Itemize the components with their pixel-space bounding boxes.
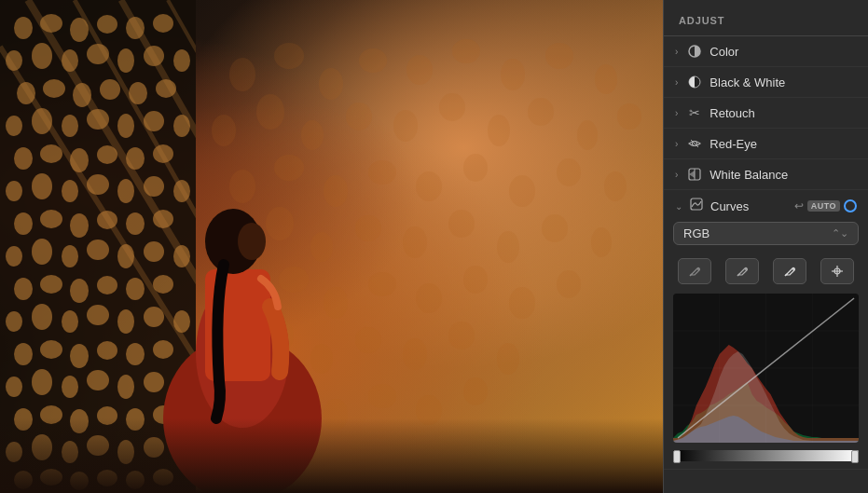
- curves-auto-badge[interactable]: AUTO: [807, 200, 840, 212]
- svg-point-59: [6, 311, 22, 332]
- sidebar-item-black-white[interactable]: › Black & White: [664, 67, 868, 98]
- gradient-handle-white[interactable]: [851, 450, 859, 463]
- chevron-right-icon-redeye: ›: [675, 139, 678, 149]
- svg-point-127: [463, 154, 488, 182]
- svg-point-46: [6, 246, 22, 267]
- svg-point-35: [62, 180, 78, 202]
- sidebar-item-red-eye[interactable]: › Red-Eye: [664, 129, 868, 159]
- eyedropper-gray-button[interactable]: [725, 258, 759, 284]
- floor-gradient: [0, 418, 663, 493]
- svg-point-165: [238, 223, 266, 260]
- eyedropper-black-button[interactable]: [678, 258, 711, 284]
- eyedropper-white-button[interactable]: [773, 258, 806, 284]
- curves-header[interactable]: ⌄ Curves ↩ AUTO: [664, 190, 868, 222]
- svg-point-116: [393, 110, 418, 142]
- curves-section: ⌄ Curves ↩ AUTO RGB ⌃⌄: [664, 190, 868, 470]
- sidebar-item-white-balance[interactable]: › White Balance: [664, 159, 868, 190]
- color-icon: [687, 44, 702, 59]
- curves-graph[interactable]: [673, 294, 859, 443]
- svg-point-145: [463, 266, 488, 294]
- svg-point-67: [40, 340, 62, 359]
- svg-point-49: [87, 240, 109, 260]
- svg-point-15: [43, 79, 65, 98]
- svg-point-55: [70, 279, 89, 303]
- chevron-right-icon-bw: ›: [675, 77, 678, 88]
- svg-point-104: [274, 43, 304, 69]
- curves-undo-button[interactable]: ↩: [794, 199, 804, 212]
- white-balance-label: White Balance: [710, 168, 857, 182]
- svg-point-74: [62, 376, 78, 398]
- color-label: Color: [710, 45, 857, 59]
- gradient-bar: [673, 450, 859, 461]
- svg-point-68: [70, 344, 89, 368]
- svg-point-174: [697, 268, 699, 270]
- svg-point-147: [557, 270, 581, 298]
- svg-point-1: [14, 17, 33, 39]
- panel-items-list: › Color › Black & White › ✂ Retouch ›: [664, 36, 868, 493]
- sidebar-item-retouch[interactable]: › ✂ Retouch: [664, 98, 868, 129]
- svg-point-6: [153, 14, 173, 33]
- svg-point-66: [14, 343, 33, 365]
- black-white-icon: [687, 75, 702, 89]
- svg-point-44: [126, 212, 145, 235]
- svg-point-76: [117, 375, 134, 399]
- svg-point-72: [6, 377, 22, 397]
- svg-point-73: [32, 369, 52, 395]
- sidebar-item-color[interactable]: › Color: [664, 36, 868, 67]
- curves-controls: ↩ AUTO: [794, 199, 857, 212]
- svg-point-178: [792, 268, 794, 270]
- crosshair-button[interactable]: [820, 258, 854, 284]
- svg-point-34: [32, 173, 52, 199]
- red-eye-icon: [687, 136, 702, 151]
- svg-point-105: [319, 68, 343, 100]
- rgb-chevrons-icon: ⌃⌄: [832, 227, 848, 240]
- svg-point-128: [509, 175, 535, 207]
- svg-point-118: [488, 115, 510, 146]
- svg-point-154: [497, 343, 519, 375]
- svg-point-48: [62, 245, 78, 267]
- svg-point-158: [368, 384, 396, 408]
- white-balance-icon: [687, 167, 702, 182]
- svg-point-111: [595, 64, 617, 94]
- svg-point-152: [403, 338, 427, 370]
- svg-point-130: [604, 171, 627, 201]
- photo-background: [0, 0, 663, 493]
- gradient-handle-black[interactable]: [673, 450, 681, 463]
- svg-point-137: [497, 231, 519, 263]
- svg-point-42: [70, 213, 89, 238]
- svg-point-37: [117, 179, 134, 203]
- rgb-channel-selector[interactable]: RGB ⌃⌄: [673, 222, 859, 245]
- svg-point-11: [117, 48, 134, 73]
- svg-point-160: [463, 377, 488, 405]
- svg-line-175: [737, 274, 739, 276]
- svg-point-33: [6, 181, 22, 201]
- panel-header: ADJUST: [664, 0, 868, 36]
- chevron-right-icon-wb: ›: [675, 170, 678, 180]
- svg-point-120: [577, 120, 598, 150]
- svg-point-135: [403, 226, 427, 258]
- retouch-label: Retouch: [710, 106, 857, 120]
- svg-point-70: [126, 343, 145, 365]
- svg-point-24: [117, 114, 134, 138]
- svg-point-151: [355, 327, 381, 353]
- svg-point-139: [591, 227, 612, 257]
- retouch-icon: ✂: [687, 105, 702, 120]
- svg-point-56: [97, 276, 117, 294]
- svg-point-143: [368, 272, 396, 296]
- svg-point-47: [32, 239, 52, 265]
- svg-point-53: [14, 278, 33, 300]
- svg-point-27: [14, 147, 33, 170]
- svg-point-61: [62, 310, 78, 333]
- rgb-label: RGB: [683, 226, 710, 240]
- svg-point-121: [617, 103, 641, 130]
- svg-point-62: [87, 305, 109, 325]
- svg-point-22: [62, 115, 78, 137]
- chevron-right-icon: ›: [675, 47, 678, 57]
- svg-point-63: [117, 309, 134, 334]
- svg-point-119: [528, 98, 554, 126]
- svg-point-103: [229, 58, 255, 91]
- svg-point-117: [439, 93, 465, 121]
- svg-point-153: [448, 322, 475, 349]
- svg-point-75: [87, 370, 109, 390]
- svg-point-144: [416, 283, 442, 313]
